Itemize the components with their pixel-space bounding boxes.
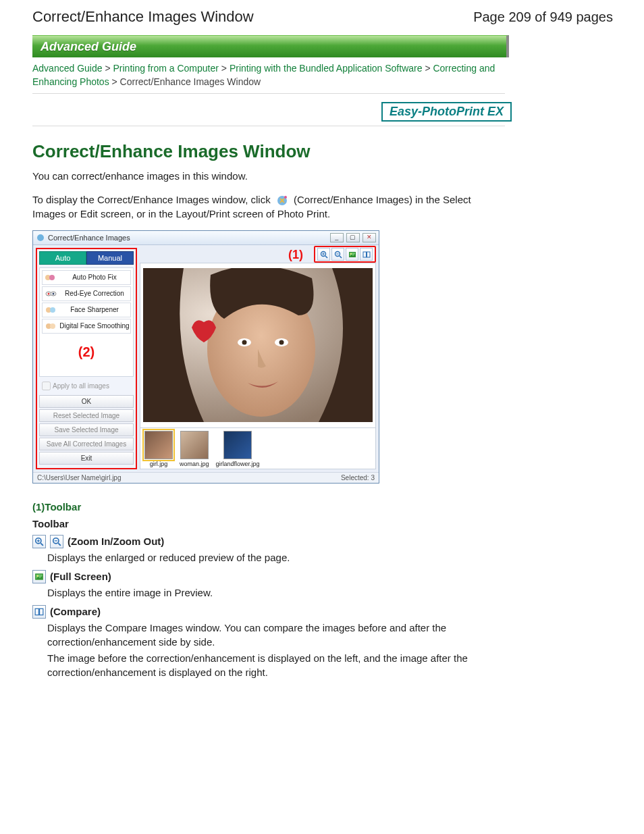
svg-point-27	[242, 340, 247, 345]
divider	[32, 126, 505, 126]
svg-point-6	[48, 292, 50, 294]
svg-rect-22	[363, 252, 367, 257]
svg-point-2	[37, 234, 44, 241]
product-badge: Easy-PhotoPrint EX	[381, 102, 512, 122]
thumbnail[interactable]: woman.jpg	[180, 431, 209, 467]
face-smoothing-icon	[43, 321, 59, 331]
status-selected-count: Selected: 3	[341, 474, 375, 481]
intro-text: To display the Correct/Enhance Images wi…	[32, 192, 505, 221]
app-window: Correct/Enhance Images _ ▢ ✕ Auto Manual…	[32, 230, 379, 484]
option-red-eye[interactable]: Red-Eye Correction	[42, 286, 131, 301]
intro-text: You can correct/enhance images in this w…	[32, 169, 505, 183]
option-face-smoothing[interactable]: Digital Face Smoothing	[42, 319, 131, 334]
toolbar-group	[314, 246, 376, 263]
item-body: Displays the enlarged or reduced preview…	[47, 550, 506, 565]
toolbar-item-fullscreen: (Full Screen) Displays the entire image …	[32, 570, 613, 600]
window-buttons: _ ▢ ✕	[329, 232, 376, 242]
item-body: Displays the Compare Images window. You …	[47, 621, 506, 649]
reset-selected-button[interactable]: Reset Selected Image	[39, 409, 134, 422]
svg-rect-40	[40, 608, 43, 615]
image-preview	[140, 263, 376, 428]
svg-point-29	[279, 340, 284, 345]
auto-photo-fix-icon	[43, 273, 59, 282]
toolbar: (1)	[140, 248, 376, 261]
compare-icon	[32, 605, 46, 619]
page-title: Correct/Enhance Images Window	[32, 141, 613, 162]
svg-point-10	[50, 307, 55, 313]
app-titlebar: Correct/Enhance Images _ ▢ ✕	[33, 231, 379, 245]
save-selected-button[interactable]: Save Selected Image	[39, 423, 134, 436]
option-auto-photo-fix[interactable]: Auto Photo Fix	[42, 270, 131, 285]
page-number: Page 209 of 949 pages	[473, 9, 613, 25]
status-path: C:\Users\User Name\girl.jpg	[37, 474, 121, 481]
status-bar: C:\Users\User Name\girl.jpg Selected: 3	[33, 472, 379, 483]
zoom-in-icon	[32, 535, 46, 548]
correct-enhance-icon	[276, 194, 288, 207]
full-screen-button[interactable]	[346, 248, 358, 261]
zoom-out-button[interactable]	[331, 248, 344, 261]
zoom-in-button[interactable]	[317, 248, 330, 261]
breadcrumb-link[interactable]: Advanced Guide	[32, 63, 103, 74]
left-panel: Auto Manual Auto Photo Fix Red-Eye Corre…	[36, 248, 137, 469]
tab-manual[interactable]: Manual	[86, 251, 134, 265]
save-all-button[interactable]: Save All Corrected Images	[39, 438, 134, 450]
svg-line-14	[325, 256, 327, 258]
svg-point-12	[50, 323, 55, 329]
toolbar-item-zoom: (Zoom In/Zoom Out) Displays the enlarged…	[32, 535, 613, 565]
thumbnail-strip: girl.jpg woman.jpg girlandflower.jpg	[140, 428, 376, 469]
annotation-1: (1)	[288, 248, 303, 262]
ok-button[interactable]: OK	[39, 395, 134, 408]
apply-all-checkbox[interactable]: Apply to all images	[39, 380, 134, 392]
svg-rect-23	[367, 252, 370, 257]
svg-point-38	[37, 575, 38, 576]
app-title: Correct/Enhance Images	[48, 234, 130, 242]
maximize-button[interactable]: ▢	[346, 233, 360, 242]
section-heading: (1)Toolbar	[32, 501, 613, 513]
breadcrumb-current: Correct/Enhance Images Window	[120, 76, 261, 87]
page-header-title: Correct/Enhance Images Window	[32, 8, 254, 26]
full-screen-icon	[32, 570, 46, 583]
minimize-button[interactable]: _	[330, 233, 344, 242]
svg-rect-39	[35, 608, 38, 615]
svg-point-1	[284, 196, 287, 199]
app-title-icon	[36, 233, 45, 242]
svg-point-4	[49, 275, 55, 280]
breadcrumb: Advanced Guide > Printing from a Compute…	[32, 61, 505, 89]
guide-banner: Advanced Guide	[32, 35, 509, 57]
svg-point-8	[53, 292, 55, 294]
annotation-2: (2)	[42, 344, 131, 360]
close-button[interactable]: ✕	[363, 233, 376, 242]
toolbar-item-compare: (Compare) Displays the Compare Images wi…	[32, 605, 613, 679]
tab-auto[interactable]: Auto	[39, 251, 86, 265]
thumbnail[interactable]: girlandflower.jpg	[216, 431, 260, 467]
face-sharpener-icon	[43, 305, 59, 315]
breadcrumb-link[interactable]: Printing from a Computer	[113, 63, 219, 74]
red-eye-icon	[43, 289, 59, 298]
item-title: (Zoom In/Zoom Out)	[68, 536, 164, 547]
item-title: (Full Screen)	[50, 571, 111, 582]
option-face-sharpener[interactable]: Face Sharpener	[42, 303, 131, 317]
svg-line-31	[41, 543, 43, 546]
item-body: Displays the entire image in Preview.	[47, 585, 506, 600]
svg-line-35	[58, 543, 61, 546]
zoom-out-icon	[50, 535, 63, 548]
svg-point-21	[350, 253, 352, 255]
breadcrumb-link[interactable]: Printing with the Bundled Application So…	[230, 63, 423, 74]
thumbnail[interactable]: girl.jpg	[144, 431, 173, 467]
item-body: The image before the correction/enhancem…	[47, 651, 506, 679]
section-subheading: Toolbar	[32, 518, 613, 529]
exit-button[interactable]: Exit	[39, 452, 134, 465]
divider	[32, 93, 505, 94]
item-title: (Compare)	[50, 606, 101, 617]
svg-line-18	[340, 256, 342, 258]
compare-button[interactable]	[360, 248, 373, 261]
